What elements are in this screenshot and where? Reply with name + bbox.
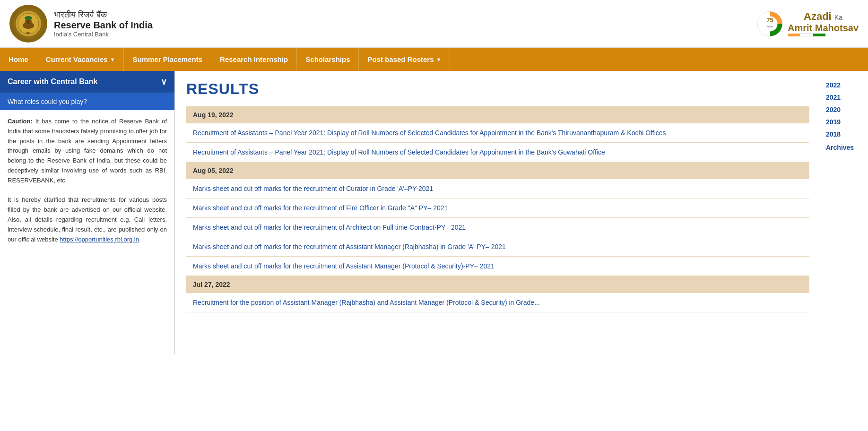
result-item[interactable]: Recruitment for the position of Assistan… bbox=[186, 293, 809, 312]
svg-text:RBI: RBI bbox=[26, 32, 31, 34]
ka-label: Ka bbox=[834, 14, 842, 21]
content-area: Career with Central Bank ∨ What roles co… bbox=[0, 71, 868, 354]
nav-current-vacancies[interactable]: Current Vacancies ▼ bbox=[37, 48, 124, 71]
chevron-down-icon-sidebar: ∨ bbox=[161, 77, 167, 87]
year-link-2019[interactable]: 2019 bbox=[826, 117, 863, 127]
results-list: Aug 19, 2022Recruitment of Assistants – … bbox=[186, 106, 809, 312]
hindi-title: भारतीय रिजर्व बैंक bbox=[54, 10, 153, 20]
nav-scholarships[interactable]: Scholarships bbox=[297, 48, 359, 71]
archives-link[interactable]: Archives bbox=[826, 144, 863, 151]
right-sidebar: 20222021202020192018Archives bbox=[821, 71, 868, 354]
year-link-2018[interactable]: 2018 bbox=[826, 129, 863, 139]
main-content: RESULTS Aug 19, 2022Recruitment of Assis… bbox=[175, 71, 821, 354]
results-heading: RESULTS bbox=[186, 80, 809, 98]
amrit-mahotsav-label: Amrit Mahotsav bbox=[788, 23, 859, 34]
nav-post-based-rosters[interactable]: Post based Rosters ▼ bbox=[359, 48, 450, 71]
rbi-logo: RBI bbox=[9, 5, 47, 43]
sidebar-roles-item[interactable]: What roles could you play? bbox=[0, 93, 174, 110]
chevron-down-icon: ▼ bbox=[110, 57, 115, 62]
azadi-label: Azadi bbox=[804, 10, 832, 22]
bank-name: Reserve Bank of India bbox=[54, 20, 153, 31]
date-row: Aug 19, 2022 bbox=[186, 106, 809, 123]
result-item[interactable]: Marks sheet and cut off marks for the re… bbox=[186, 179, 809, 198]
result-item[interactable]: Marks sheet and cut off marks for the re… bbox=[186, 257, 809, 276]
flag-colors bbox=[788, 34, 825, 36]
nav-summer-placements[interactable]: Summer Placements bbox=[124, 48, 211, 71]
result-item[interactable]: Marks sheet and cut off marks for the re… bbox=[186, 218, 809, 237]
azadi-badge: 75 Years Azadi Ka Amrit Mahotsav bbox=[757, 11, 859, 37]
page-header: RBI भारतीय रिजर्व बैंक Reserve Bank of I… bbox=[0, 0, 868, 48]
result-item[interactable]: Recruitment of Assistants – Panel Year 2… bbox=[186, 143, 809, 162]
date-row: Aug 05, 2022 bbox=[186, 162, 809, 179]
date-row: Jul 27, 2022 bbox=[186, 276, 809, 293]
year-link-2022[interactable]: 2022 bbox=[826, 80, 863, 90]
result-item[interactable]: Marks sheet and cut off marks for the re… bbox=[186, 237, 809, 257]
nav-research-internship[interactable]: Research Internship bbox=[211, 48, 297, 71]
sidebar-title[interactable]: Career with Central Bank ∨ bbox=[0, 71, 174, 93]
result-item[interactable]: Marks sheet and cut off marks for the re… bbox=[186, 198, 809, 218]
navbar: Home Current Vacancies ▼ Summer Placemen… bbox=[0, 48, 868, 71]
year-link-2021[interactable]: 2021 bbox=[826, 93, 863, 102]
result-item[interactable]: Recruitment of Assistants – Panel Year 2… bbox=[186, 123, 809, 143]
caution-section: Caution: It has come to the notice of Re… bbox=[0, 110, 174, 251]
svg-point-5 bbox=[25, 16, 32, 20]
caution-link[interactable]: https://opportunities.rbi.org.in bbox=[60, 236, 139, 243]
bank-tagline: India's Central Bank bbox=[54, 31, 153, 38]
nav-home[interactable]: Home bbox=[0, 48, 37, 71]
chevron-down-icon-2: ▼ bbox=[436, 57, 442, 62]
year-link-2020[interactable]: 2020 bbox=[826, 105, 863, 114]
svg-text:Years: Years bbox=[766, 25, 773, 28]
header-text: भारतीय रिजर्व बैंक Reserve Bank of India… bbox=[54, 10, 153, 38]
svg-text:75: 75 bbox=[766, 17, 773, 24]
caution-label: Caution: bbox=[8, 118, 33, 125]
sidebar: Career with Central Bank ∨ What roles co… bbox=[0, 71, 175, 354]
logo-area: RBI भारतीय रिजर्व बैंक Reserve Bank of I… bbox=[9, 5, 153, 43]
caution-body: It has come to the notice of Reserve Ban… bbox=[8, 118, 167, 184]
